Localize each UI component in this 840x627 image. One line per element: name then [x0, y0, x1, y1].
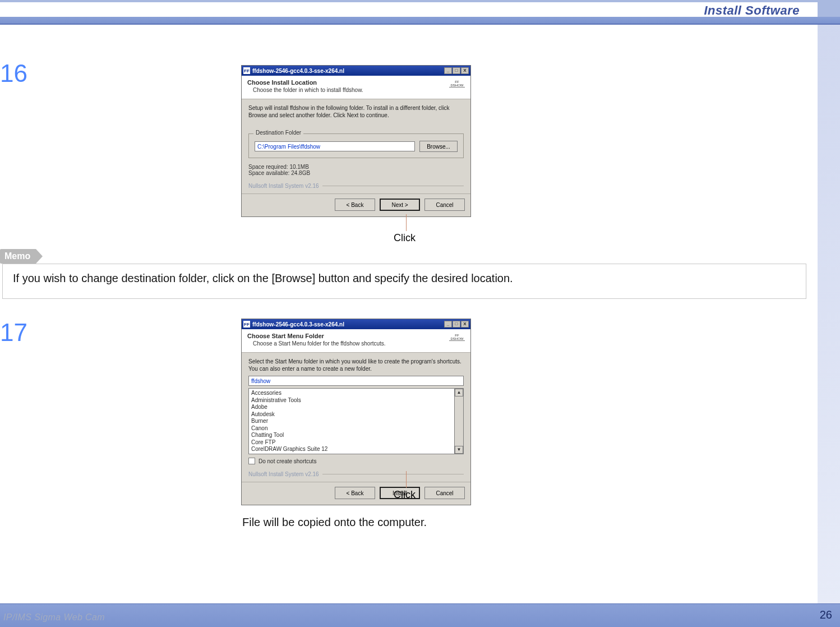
- list-item[interactable]: CorelDRAW Graphics Suite 12: [251, 446, 452, 453]
- app-icon: FF: [243, 321, 250, 328]
- start-menu-folder-input[interactable]: [248, 376, 464, 386]
- ffdshow-logo: FF DSHOW: [449, 334, 465, 341]
- list-item[interactable]: Chatting Tool: [251, 432, 452, 439]
- window-title: ffdshow-2546-gcc4.0.3-sse-x264.nl: [252, 321, 344, 328]
- memo-box: If you wish to change destination folder…: [2, 264, 806, 299]
- top-rule: [0, 0, 840, 2]
- click-label-17: Click: [394, 489, 416, 501]
- list-item[interactable]: Core FTP: [251, 439, 452, 446]
- footer-bar: [0, 603, 840, 627]
- installer-window-17: FF ffdshow-2546-gcc4.0.3-sse-x264.nl _ □…: [241, 319, 471, 505]
- cancel-button[interactable]: Cancel: [424, 487, 465, 499]
- step-number-17: 17: [0, 319, 27, 347]
- back-button[interactable]: < Back: [335, 487, 375, 499]
- list-item[interactable]: Burner: [251, 418, 452, 425]
- minimize-button[interactable]: _: [444, 321, 452, 328]
- list-item[interactable]: Accessories: [251, 390, 452, 397]
- next-button[interactable]: Next >: [380, 199, 420, 211]
- list-item[interactable]: Autodesk: [251, 411, 452, 418]
- list-item[interactable]: Canon: [251, 425, 452, 432]
- close-button[interactable]: X: [461, 67, 469, 74]
- section-title: Install Software: [704, 3, 800, 18]
- minimize-button[interactable]: _: [444, 67, 452, 74]
- installer-subheading: Choose a Start Menu folder for the ffdsh…: [253, 340, 465, 347]
- list-item[interactable]: DocuPress: [251, 453, 452, 454]
- checkbox-label: Do not create shortcuts: [259, 458, 316, 464]
- nsis-branding: Nullsoft Install System v2.16: [248, 183, 464, 189]
- installer-subheading: Choose the folder in which to install ff…: [253, 87, 465, 93]
- destination-folder-group: Destination Folder Browse...: [248, 133, 464, 158]
- installer-message: Select the Start Menu folder in which yo…: [248, 358, 464, 372]
- callout-line-17: [406, 471, 407, 488]
- destination-path-input[interactable]: [255, 141, 415, 151]
- callout-line-16: [406, 214, 407, 231]
- memo-text: If you wish to change destination folder…: [13, 272, 513, 284]
- installer-heading-area: Choose Install Location Choose the folde…: [242, 76, 470, 99]
- step-number-16: 16: [0, 59, 27, 87]
- back-button[interactable]: < Back: [335, 199, 375, 211]
- start-menu-folder-list[interactable]: AccessoriesAdministrative ToolsAdobeAuto…: [248, 388, 464, 454]
- installer-window-16: FF ffdshow-2546-gcc4.0.3-sse-x264.nl _ □…: [241, 65, 471, 217]
- memo-tag: Memo: [0, 249, 36, 264]
- do-not-create-shortcuts-checkbox[interactable]: [248, 458, 255, 464]
- maximize-button[interactable]: □: [453, 321, 460, 328]
- right-margin: [818, 0, 840, 627]
- list-item[interactable]: Adobe: [251, 404, 452, 411]
- page-content: 16 17 FF ffdshow-2546-gcc4.0.3-sse-x264.…: [0, 27, 818, 603]
- nsis-branding: Nullsoft Install System v2.16: [248, 471, 464, 477]
- cancel-button[interactable]: Cancel: [424, 199, 465, 211]
- page-number: 26: [820, 608, 832, 621]
- header-bar: [0, 17, 840, 25]
- scroll-up-icon[interactable]: ▲: [455, 389, 463, 397]
- titlebar: FF ffdshow-2546-gcc4.0.3-sse-x264.nl _ □…: [242, 66, 470, 76]
- ff-logo-sub: DSHOW: [449, 337, 465, 340]
- titlebar: FF ffdshow-2546-gcc4.0.3-sse-x264.nl _ □…: [242, 319, 470, 329]
- app-icon: FF: [243, 67, 250, 74]
- ff-logo-sub: DSHOW: [449, 84, 465, 87]
- browse-button[interactable]: Browse...: [419, 141, 458, 152]
- installer-heading-area: Choose Start Menu Folder Choose a Start …: [242, 329, 470, 353]
- close-button[interactable]: X: [461, 321, 469, 328]
- footer-watermark: IP/IMS Sigma Web Cam: [3, 612, 105, 623]
- window-title: ffdshow-2546-gcc4.0.3-sse-x264.nl: [252, 68, 344, 74]
- space-available: Space available: 24.8GB: [248, 170, 464, 176]
- installer-heading: Choose Install Location: [247, 79, 465, 86]
- ffdshow-logo: FF DSHOW: [449, 80, 465, 87]
- installer-message: Setup will install ffdshow in the follow…: [248, 105, 464, 119]
- group-legend: Destination Folder: [253, 130, 303, 136]
- maximize-button[interactable]: □: [453, 67, 460, 74]
- space-required: Space required: 10.1MB: [248, 164, 464, 170]
- scroll-down-icon[interactable]: ▼: [455, 446, 463, 454]
- scrollbar[interactable]: ▲ ▼: [454, 389, 463, 454]
- click-label-16: Click: [394, 232, 416, 244]
- list-item[interactable]: Administrative Tools: [251, 397, 452, 404]
- installer-heading: Choose Start Menu Folder: [247, 333, 465, 339]
- result-text: File will be copied onto the computer.: [242, 516, 427, 529]
